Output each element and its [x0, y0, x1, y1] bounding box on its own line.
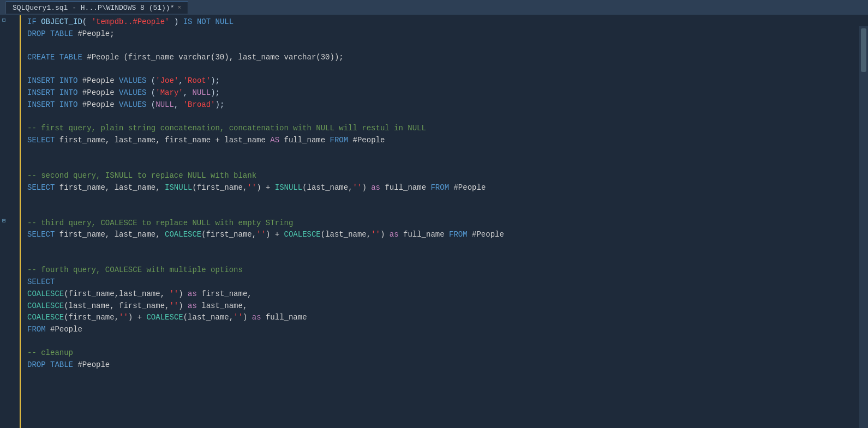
code-line-26: COALESCE(first_name,'') + COALESCE(last_… [27, 312, 868, 324]
code-line-2: DROP TABLE #People; [27, 28, 868, 40]
code-line-16 [27, 194, 868, 206]
code-line-21 [27, 253, 868, 265]
code-line-25: COALESCE(last_name, first_name,'') as la… [27, 300, 868, 312]
code-line-22: -- fourth query, COALESCE with multiple … [27, 264, 868, 276]
code-line-29: -- cleanup [27, 347, 868, 359]
code-editor[interactable]: IF OBJECT_ID( 'tempdb..#People' ) IS NOT… [21, 15, 868, 428]
code-line-10: -- first query, plain string concatenati… [27, 123, 868, 135]
code-line-8: INSERT INTO #People VALUES (NULL, 'Broad… [27, 99, 868, 111]
code-line-13 [27, 158, 868, 170]
code-line-30: DROP TABLE #People [27, 359, 868, 371]
editor-container: ⊟ ⊟ IF OBJECT_ID( 'tempdb..#People' ) IS… [0, 15, 868, 428]
scrollbar-thumb[interactable] [861, 28, 866, 72]
title-bar: SQLQuery1.sql - H...P\WINDOWS 8 (51))* ×… [0, 0, 868, 15]
code-line-5 [27, 64, 868, 76]
code-line-24: COALESCE(first_name,last_name, '') as fi… [27, 288, 868, 300]
code-line-4: CREATE TABLE #People (first_name varchar… [27, 52, 868, 64]
scrollbar-vertical[interactable] [859, 26, 868, 428]
code-line-18: -- third query, COALESCE to replace NULL… [27, 218, 868, 230]
code-line-9 [27, 111, 868, 123]
code-line-3 [27, 40, 868, 52]
code-line-1: IF OBJECT_ID( 'tempdb..#People' ) IS NOT… [27, 16, 868, 28]
tab-label: SQLQuery1.sql - H...P\WINDOWS 8 (51))* [13, 4, 174, 12]
code-line-12 [27, 147, 868, 159]
code-line-11: SELECT first_name, last_name, first_name… [27, 135, 868, 147]
code-line-23: SELECT [27, 276, 868, 288]
tab-sqlquery1[interactable]: SQLQuery1.sql - H...P\WINDOWS 8 (51))* × [5, 2, 188, 14]
close-icon[interactable]: × [177, 4, 181, 11]
code-line-6: INSERT INTO #People VALUES ('Joe','Root'… [27, 75, 868, 87]
code-line-20 [27, 241, 868, 253]
code-line-7: INSERT INTO #People VALUES ('Mary', NULL… [27, 87, 868, 99]
line-gutter: ⊟ ⊟ [0, 15, 21, 428]
code-line-28 [27, 336, 868, 348]
tab-container: SQLQuery1.sql - H...P\WINDOWS 8 (51))* × [5, 2, 188, 14]
code-line-19: SELECT first_name, last_name, COALESCE(f… [27, 229, 868, 241]
fold-icon-2[interactable]: ⊟ [2, 217, 6, 224]
code-line-15: SELECT first_name, last_name, ISNULL(fir… [27, 182, 868, 194]
code-line-14: -- second query, ISNULL to replace NULL … [27, 170, 868, 182]
code-line-27: FROM #People [27, 324, 868, 336]
code-line-17 [27, 206, 868, 218]
fold-icon-1[interactable]: ⊟ [2, 16, 6, 23]
